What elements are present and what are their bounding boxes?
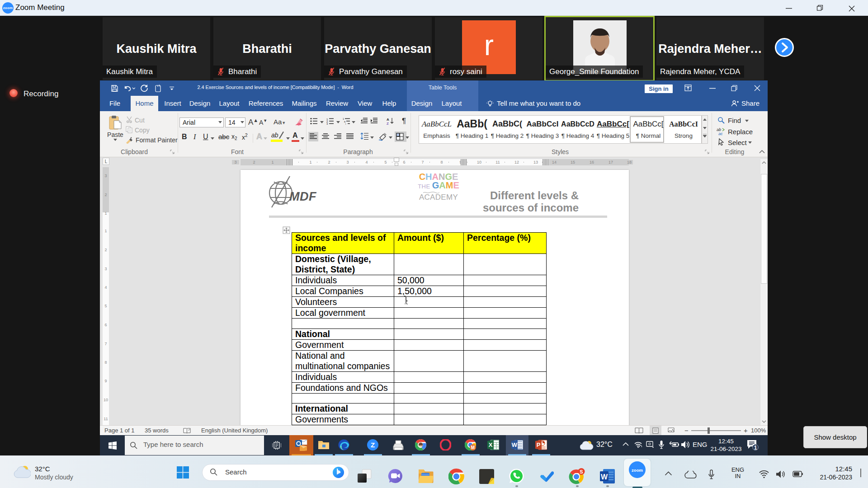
svg-text:1: 1	[754, 445, 757, 451]
svg-text:M: M	[471, 445, 475, 450]
svg-text:zoom: zoom	[632, 468, 643, 473]
svg-text:i: i	[345, 122, 346, 125]
svg-text:S: S	[580, 469, 583, 474]
svg-text:W: W	[512, 441, 518, 448]
svg-text:Z: Z	[371, 441, 375, 449]
svg-text:W: W	[601, 473, 608, 481]
svg-text:X: X	[489, 441, 493, 448]
svg-text:P: P	[537, 441, 541, 448]
svg-text:ac: ac	[718, 131, 723, 135]
svg-text:3: 3	[326, 122, 328, 125]
svg-text:Z: Z	[387, 122, 389, 125]
svg-text:A: A	[387, 117, 389, 122]
